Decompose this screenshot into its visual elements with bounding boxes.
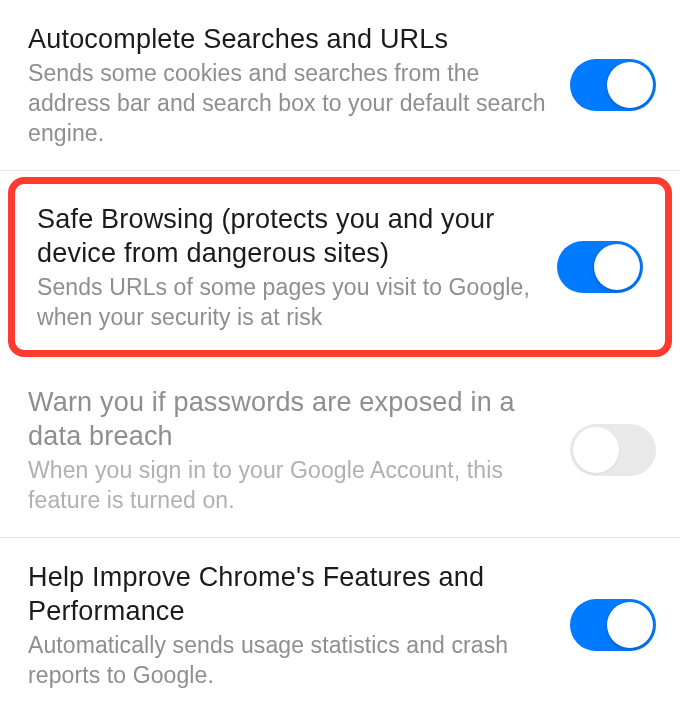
setting-subtitle: Sends URLs of some pages you visit to Go…: [37, 272, 537, 332]
setting-title: Safe Browsing (protects you and your dev…: [37, 202, 537, 270]
setting-improve-chrome[interactable]: Help Improve Chrome's Features and Perfo…: [0, 538, 680, 712]
setting-text: Autocomplete Searches and URLs Sends som…: [28, 22, 570, 148]
setting-password-breach: Warn you if passwords are exposed in a d…: [0, 363, 680, 538]
setting-subtitle: Automatically sends usage statistics and…: [28, 630, 550, 690]
setting-text: Help Improve Chrome's Features and Perfo…: [28, 560, 570, 690]
setting-safe-browsing[interactable]: Safe Browsing (protects you and your dev…: [8, 177, 672, 357]
setting-title: Autocomplete Searches and URLs: [28, 22, 550, 56]
setting-text: Safe Browsing (protects you and your dev…: [37, 202, 557, 332]
setting-text: Warn you if passwords are exposed in a d…: [28, 385, 570, 515]
toggle-improve-chrome[interactable]: [570, 599, 656, 651]
setting-title: Help Improve Chrome's Features and Perfo…: [28, 560, 550, 628]
setting-title: Warn you if passwords are exposed in a d…: [28, 385, 550, 453]
toggle-knob: [607, 62, 653, 108]
toggle-knob: [573, 427, 619, 473]
setting-subtitle: When you sign in to your Google Account,…: [28, 455, 550, 515]
settings-list: Autocomplete Searches and URLs Sends som…: [0, 0, 680, 712]
toggle-password-breach: [570, 424, 656, 476]
toggle-safe-browsing[interactable]: [557, 241, 643, 293]
toggle-autocomplete[interactable]: [570, 59, 656, 111]
toggle-knob: [594, 244, 640, 290]
toggle-knob: [607, 602, 653, 648]
setting-autocomplete[interactable]: Autocomplete Searches and URLs Sends som…: [0, 0, 680, 171]
setting-subtitle: Sends some cookies and searches from the…: [28, 58, 550, 148]
